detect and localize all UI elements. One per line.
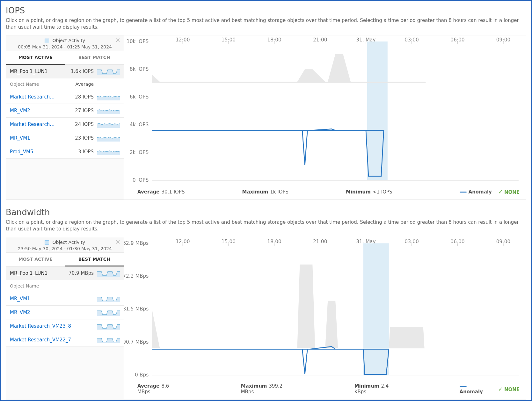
svg-text:2k IOPS: 2k IOPS [130,149,149,155]
svg-text:10k IOPS: 10k IOPS [127,39,149,44]
tab-best-match[interactable]: BEST MATCH [65,51,124,65]
legend-none: ✓NONE [498,386,520,392]
object-value: 3 IOPS [62,149,94,155]
object-value: 24 IOPS [62,121,94,127]
svg-text:09:00: 09:00 [496,239,511,244]
svg-text:381.5 MBps: 381.5 MBps [124,306,149,312]
iops-side-header: × Object Activity 00:05 May 31, 2024 - 0… [6,35,124,51]
object-value: 28 IOPS [62,94,94,100]
iops-tabs: MOST ACTIVE BEST MATCH [6,51,124,65]
tab-most-active[interactable]: MOST ACTIVE [6,253,65,266]
svg-text:15:00: 15:00 [222,239,236,244]
list-item[interactable]: Market Research_VM22_7 [6,333,124,347]
sparkline-icon [97,93,120,100]
col-object-name: Object Name [10,82,62,87]
sparkline-icon [97,336,120,343]
svg-text:12:00: 12:00 [176,37,190,43]
bandwidth-title: Bandwidth [6,208,526,217]
sparkline-icon [97,135,120,142]
close-icon[interactable]: × [115,37,120,43]
object-link[interactable]: MR_VM1 [10,296,94,302]
tab-most-active[interactable]: MOST ACTIVE [6,51,65,65]
list-item[interactable]: MR_VM2 [6,306,124,319]
svg-text:18:00: 18:00 [267,37,281,43]
sparkline-icon [97,270,120,277]
bandwidth-side: × Object Activity 23:50 May 30, 2024 - 0… [6,237,124,399]
context-value: 70.9 MBps [62,270,94,276]
iops-chart-wrap: 12:0015:0018:0021:0031. May03:0006:0009:… [124,35,526,200]
object-activity-swatch [45,240,49,245]
bw-side-header: × Object Activity 23:50 May 30, 2024 - 0… [6,237,124,253]
iops-context-row: MR_Pool1_LUN1 1.6k IOPS [6,65,124,78]
list-item[interactable]: MR_VM1 [6,292,124,306]
legend-anomaly: Anomaly [460,383,492,395]
svg-rect-45 [363,243,389,375]
object-link[interactable]: MR_VM1 [10,135,62,141]
object-link[interactable]: MR_VM2 [10,310,94,315]
iops-stats: Average30.1 IOPS Maximum1k IOPS Minimum<… [124,185,522,196]
bw-column-header: Object Name [6,280,124,292]
svg-text:06:00: 06:00 [450,239,465,244]
svg-text:0 Bps: 0 Bps [135,372,149,378]
sparkline-icon [97,68,120,75]
iops-panel: × Object Activity 00:05 May 31, 2024 - 0… [6,35,526,200]
object-activity-label: Object Activity [53,38,85,43]
svg-text:06:00: 06:00 [450,37,465,43]
legend-anomaly: Anomaly [460,189,492,195]
iops-column-header: Object Name Average [6,78,124,90]
context-name: MR_Pool1_LUN1 [10,270,62,276]
object-value: 27 IOPS [62,108,94,113]
object-link[interactable]: Market Research… [10,121,62,127]
list-item[interactable]: Prod_VM53 IOPS [6,145,124,159]
list-item[interactable]: Market Research…24 IOPS [6,118,124,131]
svg-text:0 IOPS: 0 IOPS [133,177,149,183]
bandwidth-chart[interactable]: 12:0015:0018:0021:0031. May03:0006:0009:… [124,239,522,380]
svg-text:8k IOPS: 8k IOPS [130,66,149,72]
sparkline-icon [97,148,120,155]
iops-chart[interactable]: 12:0015:0018:0021:0031. May03:0006:0009:… [124,37,522,185]
iops-section: IOPS Click on a point, or drag a region … [6,6,526,200]
bw-context-row: MR_Pool1_LUN1 70.9 MBps [6,266,124,280]
iops-time-range: 00:05 May 31, 2024 - 01:25 May 31, 2024 [9,44,121,49]
bw-tabs: MOST ACTIVE BEST MATCH [6,253,124,266]
svg-text:6k IOPS: 6k IOPS [130,94,149,100]
bandwidth-desc: Click on a point, or drag a region on th… [6,219,526,232]
svg-text:18:00: 18:00 [267,239,281,244]
object-activity-label: Object Activity [53,240,85,245]
object-link[interactable]: Prod_VM5 [10,149,62,155]
svg-text:4k IOPS: 4k IOPS [130,122,149,128]
svg-text:190.7 MBps: 190.7 MBps [124,339,149,345]
col-average: Average [62,82,94,87]
list-item[interactable]: MR_VM123 IOPS [6,131,124,145]
svg-rect-22 [367,41,388,180]
bandwidth-panel: × Object Activity 23:50 May 30, 2024 - 0… [6,237,526,399]
svg-text:12:00: 12:00 [176,239,190,244]
sparkline-icon [97,295,120,302]
object-value: 23 IOPS [62,135,94,141]
sparkline-icon [97,107,120,114]
col-object-name: Object Name [10,283,62,288]
object-link[interactable]: Market Research_VM23_8 [10,323,94,329]
list-item[interactable]: Market Research_VM23_8 [6,319,124,333]
svg-text:03:00: 03:00 [404,37,419,43]
object-link[interactable]: Market Research… [10,94,62,100]
close-icon[interactable]: × [115,238,120,245]
bandwidth-section: Bandwidth Click on a point, or drag a re… [6,208,526,399]
legend-none: ✓NONE [498,188,520,195]
sparkline-icon [97,121,120,128]
svg-text:15:00: 15:00 [222,37,236,43]
sparkline-icon [97,309,120,316]
svg-text:09:00: 09:00 [496,37,511,43]
iops-title: IOPS [6,6,526,15]
list-item[interactable]: Market Research…28 IOPS [6,90,124,104]
bw-chart-wrap: 12:0015:0018:0021:0031. May03:0006:0009:… [124,237,526,399]
object-link[interactable]: Market Research_VM22_7 [10,337,94,343]
tab-best-match[interactable]: BEST MATCH [65,253,124,266]
sparkline-icon [97,323,120,330]
object-link[interactable]: MR_VM2 [10,108,62,113]
context-name: MR_Pool1_LUN1 [10,69,62,74]
iops-side: × Object Activity 00:05 May 31, 2024 - 0… [6,35,124,200]
object-activity-swatch [45,39,49,43]
iops-desc: Click on a point, or drag a region on th… [6,17,526,31]
list-item[interactable]: MR_VM227 IOPS [6,104,124,118]
